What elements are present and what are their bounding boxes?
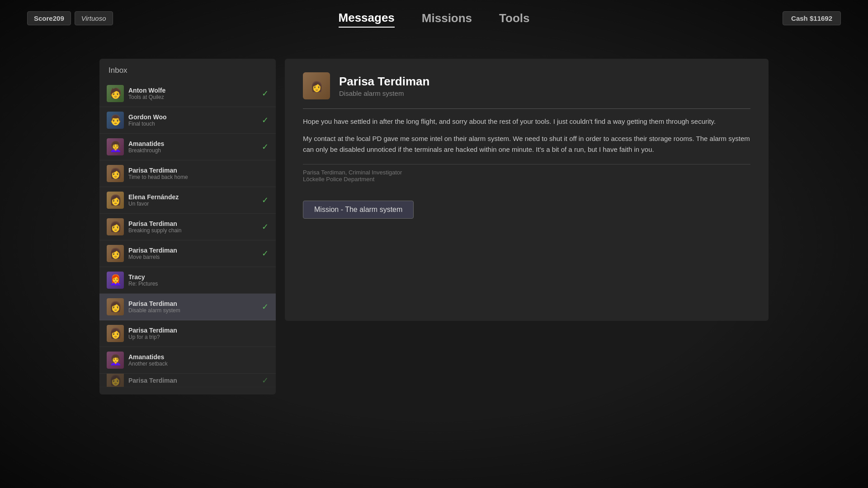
message-avatar: [107, 325, 124, 342]
avatar-icon: [109, 114, 122, 126]
detail-body-para1: Hope you have settled in after the long …: [303, 116, 750, 127]
message-avatar: [107, 112, 124, 129]
detail-avatar-icon: [311, 79, 323, 93]
read-checkmark: ✓: [262, 89, 269, 99]
main-content: Inbox Anton Wolfe Tools at Quilez ✓ Gord…: [0, 59, 868, 394]
message-item[interactable]: Amanatides Breakthrough ✓: [99, 134, 276, 160]
avatar-icon: [109, 301, 122, 313]
message-info: Parisa Terdiman Move barrels: [128, 247, 257, 260]
message-item[interactable]: Amanatides Another setback: [99, 347, 276, 374]
message-sender: Amanatides: [128, 140, 257, 147]
read-checkmark: ✓: [262, 222, 269, 232]
avatar-icon: [109, 248, 122, 259]
message-subject: Move barrels: [128, 254, 257, 260]
message-avatar: [107, 272, 124, 289]
avatar-icon: [109, 88, 122, 99]
message-avatar: [107, 374, 124, 387]
score-display: Score209: [27, 11, 71, 25]
avatar-icon: [109, 141, 122, 153]
message-item[interactable]: Elena Fernández Un favor ✓: [99, 187, 276, 214]
message-sender: Parisa Terdiman: [128, 300, 257, 307]
message-sender: Parisa Terdiman: [128, 327, 269, 334]
message-item[interactable]: Tracy Re: Pictures: [99, 267, 276, 294]
avatar-icon: [109, 354, 122, 366]
message-avatar: [107, 352, 124, 369]
message-sender: Parisa Terdiman: [128, 377, 257, 384]
detail-body-para2: My contact at the local PD gave me some …: [303, 133, 750, 155]
message-info: Elena Fernández Un favor: [128, 193, 257, 207]
message-sender: Parisa Terdiman: [128, 220, 257, 227]
main-nav: Messages Missions Tools: [339, 9, 530, 28]
message-info: Parisa Terdiman: [128, 377, 257, 384]
message-subject: Final touch: [128, 121, 257, 127]
message-info: Parisa Terdiman Up for a trip?: [128, 327, 269, 340]
signature-line1: Parisa Terdiman, Criminal Investigator: [303, 169, 750, 176]
message-sender: Elena Fernández: [128, 193, 257, 201]
detail-avatar: [303, 72, 330, 99]
detail-divider: [303, 108, 750, 109]
message-item[interactable]: Parisa Terdiman Disable alarm system ✓: [99, 294, 276, 320]
avatar-icon: [109, 221, 122, 233]
detail-body: Hope you have settled in after the long …: [303, 116, 750, 155]
message-item[interactable]: Gordon Woo Final touch ✓: [99, 107, 276, 134]
message-subject: Another setback: [128, 361, 269, 367]
tab-tools[interactable]: Tools: [499, 9, 529, 27]
detail-sender-name: Parisa Terdiman: [339, 75, 429, 89]
detail-header: Parisa Terdiman Disable alarm system: [303, 72, 750, 99]
message-subject: Time to head back home: [128, 174, 269, 180]
message-avatar: [107, 245, 124, 262]
message-subject: Tools at Quilez: [128, 94, 257, 100]
message-sender: Anton Wolfe: [128, 87, 257, 94]
mission-button[interactable]: Mission - The alarm system: [303, 201, 414, 219]
message-info: Anton Wolfe Tools at Quilez: [128, 87, 257, 100]
detail-panel: Parisa Terdiman Disable alarm system Hop…: [285, 59, 769, 321]
message-subject: Re: Pictures: [128, 281, 269, 287]
message-sender: Parisa Terdiman: [128, 167, 269, 174]
detail-signature: Parisa Terdiman, Criminal Investigator L…: [303, 164, 750, 183]
message-info: Amanatides Breakthrough: [128, 140, 257, 154]
message-subject: Breaking supply chain: [128, 227, 257, 234]
message-sender: Parisa Terdiman: [128, 247, 257, 254]
message-item[interactable]: Parisa Terdiman Breaking supply chain ✓: [99, 214, 276, 240]
message-avatar: [107, 138, 124, 155]
message-sender: Tracy: [128, 273, 269, 281]
detail-title-block: Parisa Terdiman Disable alarm system: [339, 75, 429, 97]
read-checkmark: ✓: [262, 375, 269, 385]
message-avatar: [107, 85, 124, 102]
detail-subject: Disable alarm system: [339, 89, 429, 97]
avatar-icon: [109, 168, 122, 179]
message-avatar: [107, 165, 124, 182]
message-subject: Breakthrough: [128, 147, 257, 154]
avatar-icon: [109, 375, 122, 386]
message-item[interactable]: Parisa Terdiman Up for a trip?: [99, 320, 276, 347]
message-info: Parisa Terdiman Breaking supply chain: [128, 220, 257, 234]
avatar-icon: [109, 194, 122, 206]
message-avatar: [107, 298, 124, 315]
message-avatar: [107, 218, 124, 235]
rank-display: Virtuoso: [75, 11, 113, 25]
message-item[interactable]: Anton Wolfe Tools at Quilez ✓: [99, 80, 276, 107]
message-item[interactable]: Parisa Terdiman ✓: [99, 374, 276, 387]
message-avatar: [107, 192, 124, 209]
message-list: Anton Wolfe Tools at Quilez ✓ Gordon Woo…: [99, 80, 276, 387]
top-bar: Score209 Virtuoso Messages Missions Tool…: [0, 0, 868, 36]
message-sender: Amanatides: [128, 353, 269, 361]
message-info: Parisa Terdiman Time to head back home: [128, 167, 269, 180]
signature-line2: Löckelle Police Department: [303, 176, 750, 183]
message-info: Tracy Re: Pictures: [128, 273, 269, 287]
read-checkmark: ✓: [262, 115, 269, 125]
message-subject: Disable alarm system: [128, 307, 257, 314]
read-checkmark: ✓: [262, 195, 269, 205]
inbox-panel: Inbox Anton Wolfe Tools at Quilez ✓ Gord…: [99, 59, 276, 394]
tab-missions[interactable]: Missions: [422, 9, 472, 27]
message-subject: Up for a trip?: [128, 334, 269, 340]
message-item[interactable]: Parisa Terdiman Time to head back home: [99, 160, 276, 187]
read-checkmark: ✓: [262, 302, 269, 312]
read-checkmark: ✓: [262, 249, 269, 258]
message-item[interactable]: Parisa Terdiman Move barrels ✓: [99, 240, 276, 267]
cash-display: Cash $11692: [783, 11, 841, 25]
message-sender: Gordon Woo: [128, 113, 257, 121]
avatar-icon: [109, 274, 122, 286]
message-info: Amanatides Another setback: [128, 353, 269, 367]
tab-messages[interactable]: Messages: [339, 9, 395, 28]
